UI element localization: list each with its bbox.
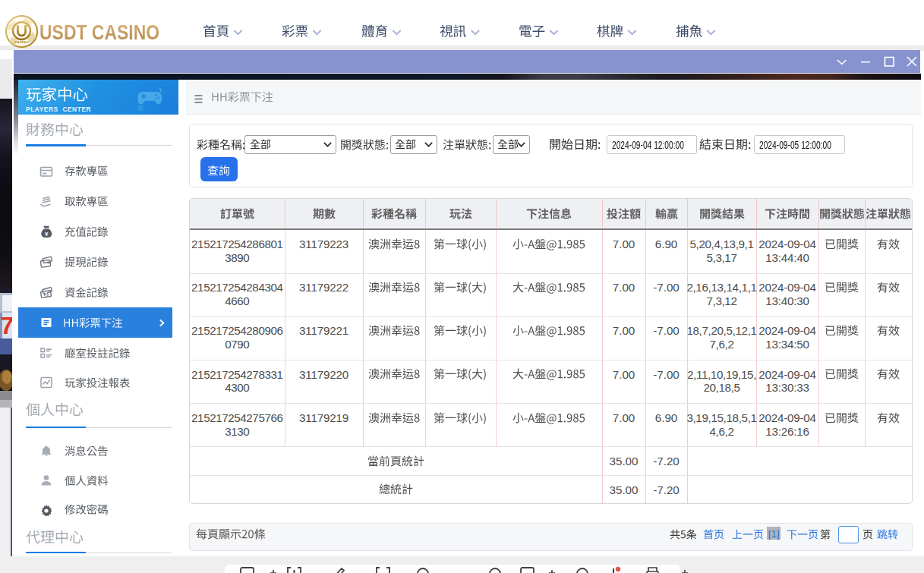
svg-text:¥: ¥ <box>45 231 49 238</box>
svg-text:7: 7 <box>1 312 12 339</box>
svg-text:$: $ <box>45 291 48 298</box>
